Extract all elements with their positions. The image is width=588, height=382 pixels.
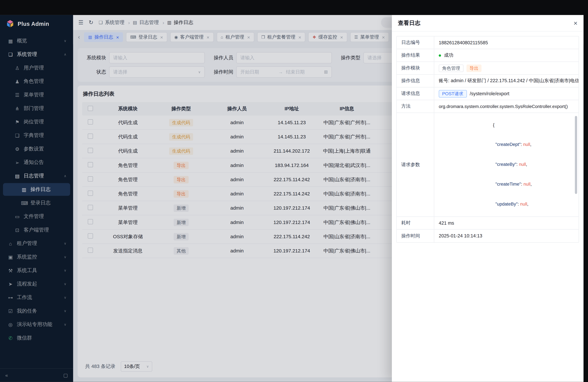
detail-row-params: 请求参数 { "createDept": null, "createBy": bbox=[397, 113, 579, 217]
json-line: "createTime": null, bbox=[439, 174, 573, 194]
operation-time-value: 2025-01-24 10:14:13 bbox=[434, 230, 579, 242]
field-label: 操作模块 bbox=[397, 62, 434, 74]
detail-row-method: 方法 org.dromara.system.controller.system.… bbox=[397, 100, 579, 113]
json-line: "updateBy": null, bbox=[439, 194, 573, 214]
field-label: 操作结果 bbox=[397, 49, 434, 62]
detail-row-result: 操作结果 成功 bbox=[397, 49, 579, 62]
detail-row-info: 操作信息 账号: admin / 研发部门 / 222.175.114.242 … bbox=[397, 75, 579, 87]
screen: Plus Admin ▦ 概览 ∨ ❏ 系统管理 ∧ ♙ 用户管理 bbox=[0, 0, 588, 382]
scrollbar-thumb[interactable] bbox=[575, 116, 577, 194]
json-line: "updateTime": null, bbox=[439, 214, 573, 216]
json-line: "createBy": null, bbox=[439, 155, 573, 174]
drawer-header: 查看日志 × bbox=[392, 15, 583, 32]
drawer-overlay[interactable] bbox=[0, 15, 392, 382]
field-label: 请求参数 bbox=[397, 113, 434, 216]
json-line: "createDept": null, bbox=[439, 135, 573, 155]
field-label: 请求信息 bbox=[397, 87, 434, 100]
result-value: 成功 bbox=[444, 52, 453, 59]
drawer-body: 日志编号 1882612840802115585 操作结果 成功 操作模块 bbox=[392, 32, 583, 382]
duration-value: 421 ms bbox=[434, 217, 579, 229]
field-label: 操作信息 bbox=[397, 75, 434, 87]
log-detail-table: 日志编号 1882612840802115585 操作结果 成功 操作模块 bbox=[397, 36, 579, 243]
detail-row-log-id: 日志编号 1882612840802115585 bbox=[397, 36, 579, 49]
success-status-dot bbox=[439, 54, 441, 57]
app-window: Plus Admin ▦ 概览 ∨ ❏ 系统管理 ∧ ♙ 用户管理 bbox=[0, 15, 583, 382]
window-chrome-right bbox=[583, 0, 588, 382]
window-chrome-top bbox=[0, 0, 588, 15]
request-url-value: /system/role/export bbox=[470, 91, 509, 96]
operation-badge: 导出 bbox=[466, 64, 482, 72]
json-line: { bbox=[439, 115, 573, 135]
detail-row-request: 请求信息 POST请求 /system/role/export bbox=[397, 87, 579, 100]
field-label: 日志编号 bbox=[397, 36, 434, 49]
field-label: 方法 bbox=[397, 100, 434, 113]
log-id-value: 1882612840802115585 bbox=[434, 36, 579, 49]
request-params-code: { "createDept": null, "createBy": null, … bbox=[434, 113, 579, 216]
detail-row-duration: 耗时 421 ms bbox=[397, 217, 579, 230]
scrollbar[interactable] bbox=[575, 116, 577, 213]
field-label: 耗时 bbox=[397, 217, 434, 229]
log-detail-drawer: 查看日志 × 日志编号 1882612840802115585 操作结果 成功 bbox=[392, 15, 583, 382]
field-label: 操作时间 bbox=[397, 230, 434, 242]
drawer-close-icon[interactable]: × bbox=[574, 20, 578, 26]
drawer-title: 查看日志 bbox=[398, 20, 420, 27]
operation-info-value: 账号: admin / 研发部门 / 222.175.114.242 / 中国|… bbox=[434, 75, 579, 87]
method-value: org.dromara.system.controller.system.Sys… bbox=[434, 100, 579, 113]
post-method-badge: POST请求 bbox=[439, 90, 467, 97]
detail-row-module: 操作模块 角色管理 导出 bbox=[397, 62, 579, 75]
detail-row-time: 操作时间 2025-01-24 10:14:13 bbox=[397, 230, 579, 242]
module-badge: 角色管理 bbox=[439, 64, 463, 72]
